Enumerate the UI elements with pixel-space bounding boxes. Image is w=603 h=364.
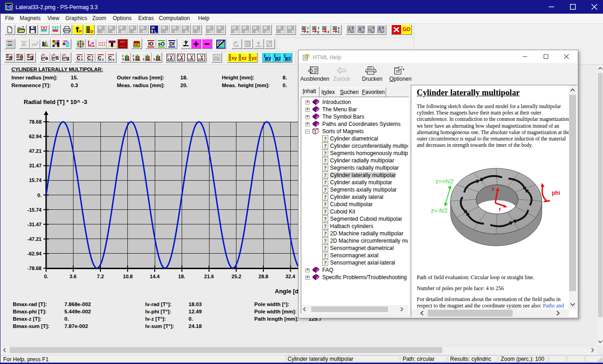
svg-text:y: y [317, 30, 319, 34]
svg-text:z=-h/2: z=-h/2 [431, 207, 448, 214]
svg-text:?: ? [324, 201, 327, 208]
svg-text:?: ? [324, 238, 327, 244]
svg-text:x: x [307, 30, 309, 33]
svg-text:t: t [363, 26, 365, 29]
svg-text:Σ: Σ [338, 30, 340, 33]
svg-text:y: y [359, 26, 361, 30]
svg-text:?: ? [324, 260, 327, 266]
svg-text:?: ? [324, 223, 327, 229]
svg-text:?: ? [324, 165, 327, 171]
svg-text:?: ? [324, 143, 327, 149]
svg-text:?: ? [324, 208, 327, 215]
svg-text:Σ: Σ [379, 26, 381, 30]
svg-text:?: ? [324, 172, 327, 178]
svg-text:z: z [373, 26, 375, 29]
svg-text:?: ? [324, 230, 327, 237]
svg-text:phi: phi [552, 190, 560, 196]
svg-text:r: r [307, 26, 309, 30]
svg-text:?: ? [324, 245, 327, 251]
svg-text:?: ? [324, 187, 327, 193]
svg-text:?: ? [324, 179, 327, 186]
svg-text:y: y [352, 26, 354, 30]
svg-text:s: s [382, 26, 384, 29]
svg-text:?: ? [324, 252, 327, 259]
svg-text:?: ? [324, 216, 327, 222]
svg-text:z=+h/2: z=+h/2 [435, 178, 454, 185]
svg-text:?: ? [324, 194, 327, 200]
svg-text:?: ? [324, 157, 327, 164]
svg-text:s: s [338, 26, 340, 30]
svg-text:z: z [328, 30, 330, 33]
svg-text:t: t [318, 26, 320, 30]
svg-text:r: r [499, 206, 501, 213]
svg-text:?: ? [305, 53, 309, 60]
svg-text:z: z [492, 186, 494, 192]
svg-text:?: ? [324, 135, 327, 142]
svg-text:r: r [349, 26, 350, 30]
svg-text:?: ? [324, 150, 327, 156]
